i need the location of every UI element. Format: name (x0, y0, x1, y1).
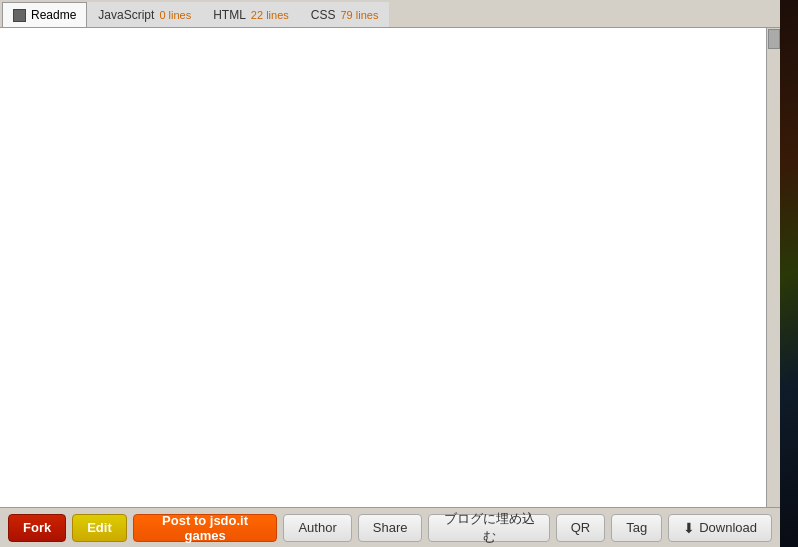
tab-html-label: HTML (213, 8, 246, 22)
tab-bar: Readme JavaScript 0 lines HTML 22 lines … (0, 0, 780, 28)
content-area (0, 28, 780, 507)
side-image-content (780, 0, 798, 547)
post-button[interactable]: Post to jsdo.it games (133, 514, 278, 542)
tab-javascript-count: 0 lines (159, 9, 191, 21)
tab-readme[interactable]: Readme (2, 2, 87, 27)
tab-css-label: CSS (311, 8, 336, 22)
tab-javascript[interactable]: JavaScript 0 lines (87, 2, 202, 27)
download-button[interactable]: ⬇ Download (668, 514, 772, 542)
scrollbar-thumb[interactable] (768, 29, 780, 49)
scrollbar[interactable] (766, 28, 780, 507)
share-button[interactable]: Share (358, 514, 423, 542)
bottom-toolbar: Fork Edit Post to jsdo.it games Author S… (0, 507, 780, 547)
edit-button[interactable]: Edit (72, 514, 127, 542)
tab-readme-label: Readme (31, 8, 76, 22)
tab-html-count: 22 lines (251, 9, 289, 21)
download-label: Download (699, 520, 757, 535)
tag-button[interactable]: Tag (611, 514, 662, 542)
main-container: Readme JavaScript 0 lines HTML 22 lines … (0, 0, 780, 547)
fork-button[interactable]: Fork (8, 514, 66, 542)
blog-button[interactable]: ブログに埋め込む (428, 514, 549, 542)
readme-icon (13, 9, 26, 22)
download-icon: ⬇ (683, 520, 695, 536)
side-image (780, 0, 798, 547)
tab-html[interactable]: HTML 22 lines (202, 2, 300, 27)
tab-css[interactable]: CSS 79 lines (300, 2, 390, 27)
author-button[interactable]: Author (283, 514, 351, 542)
tab-css-count: 79 lines (340, 9, 378, 21)
tab-javascript-label: JavaScript (98, 8, 154, 22)
qr-button[interactable]: QR (556, 514, 606, 542)
